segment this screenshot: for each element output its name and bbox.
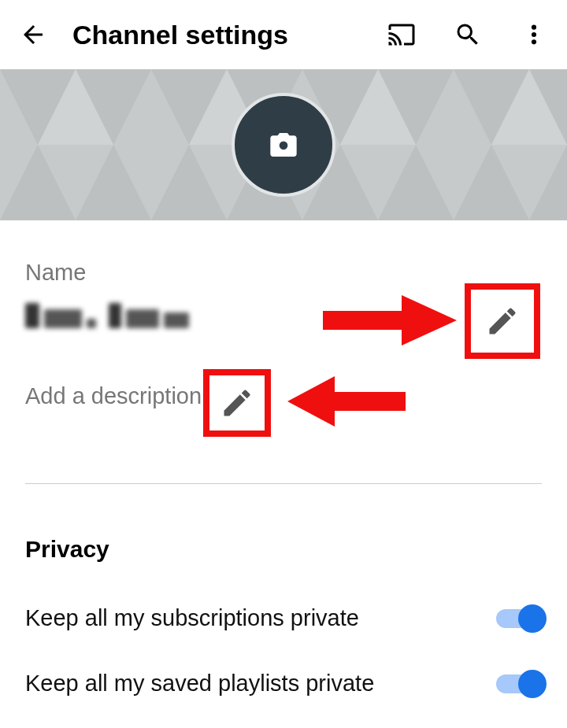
privacy-subscriptions-row: Keep all my subscriptions private: [25, 605, 542, 631]
annotation-highlight-edit-name: [465, 283, 540, 359]
toolbar-actions: [387, 20, 548, 49]
svg-marker-28: [287, 376, 335, 427]
privacy-subscriptions-label: Keep all my subscriptions private: [25, 605, 359, 631]
app-toolbar: Channel settings: [0, 0, 567, 69]
privacy-playlists-toggle[interactable]: [496, 674, 542, 693]
privacy-playlists-label: Keep all my saved playlists private: [25, 671, 374, 697]
svg-point-2: [532, 39, 536, 44]
more-vert-icon: [521, 22, 547, 47]
cast-button[interactable]: [387, 20, 416, 49]
annotation-arrow-right: [323, 295, 457, 346]
description-section: Add a description: [25, 383, 542, 409]
divider: [25, 483, 542, 484]
toggle-knob: [518, 670, 547, 698]
search-icon: [454, 19, 482, 50]
svg-point-24: [280, 142, 288, 150]
more-button[interactable]: [520, 20, 548, 49]
pencil-icon: [220, 386, 254, 420]
annotation-arrow-left: [287, 376, 406, 427]
back-button[interactable]: [19, 20, 47, 49]
svg-rect-27: [335, 392, 406, 411]
toggle-knob: [518, 604, 547, 633]
channel-name-value: [25, 303, 189, 328]
svg-point-0: [532, 25, 536, 30]
edit-description-button[interactable]: [209, 375, 265, 431]
name-label: Name: [25, 260, 542, 286]
edit-name-button[interactable]: [471, 290, 534, 353]
annotation-highlight-edit-description: [203, 369, 271, 437]
svg-point-1: [532, 32, 536, 37]
svg-marker-26: [402, 295, 457, 346]
pencil-icon: [485, 304, 520, 338]
page-title: Channel settings: [72, 20, 362, 50]
arrow-left-icon: [19, 20, 47, 49]
channel-banner: [0, 69, 567, 220]
search-button[interactable]: [454, 20, 482, 49]
svg-rect-25: [323, 311, 402, 330]
privacy-subscriptions-toggle[interactable]: [496, 609, 542, 628]
camera-icon: [268, 129, 299, 161]
privacy-heading: Privacy: [25, 536, 542, 563]
description-label: Add a description: [25, 383, 202, 409]
privacy-playlists-row: Keep all my saved playlists private: [25, 671, 542, 697]
cast-icon: [387, 19, 416, 50]
channel-avatar-button[interactable]: [232, 93, 335, 197]
